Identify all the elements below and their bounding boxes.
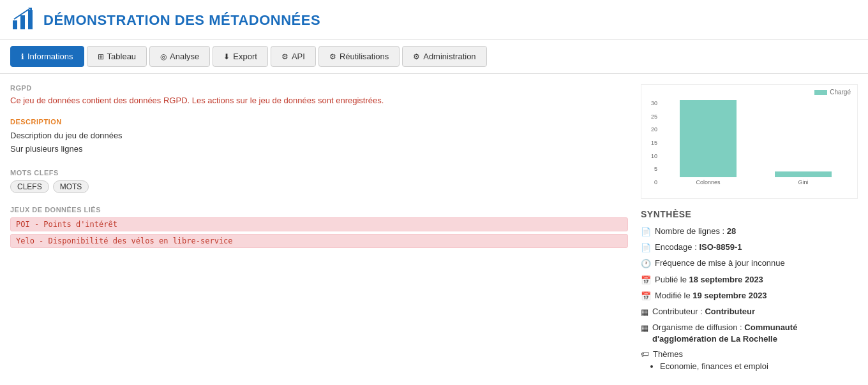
chart-x-label-0: Colonnes [696,179,720,185]
tab-api-label: API [292,52,305,61]
synthese-organisme-text: Organisme de diffusion : Communauté d'ag… [652,322,858,345]
calendar-icon-1: 📅 [641,275,651,286]
synthese-encodage-value: ISO-8859-1 [699,242,742,252]
synthese-publie-text: Publié le 18 septembre 2023 [655,274,763,286]
related-label: JEUX DE DONNÉES LIÉS [10,206,628,214]
theme-item-0: Economie, finances et emploi [660,361,858,371]
left-panel: RGPD Ce jeu de données contient des donn… [10,84,628,371]
svg-rect-1 [20,15,25,29]
chart-bar-0 [680,100,737,177]
related-section: JEUX DE DONNÉES LIÉS POI - Points d'inté… [10,206,628,248]
synthese-contributeur: ▦ Contributeur : Contributeur [641,306,858,318]
tab-reutil[interactable]: ⚙ Réutilisations [318,46,400,67]
chart-y-axis: 30 25 20 15 10 5 0 [641,100,659,185]
clock-icon: 🕐 [641,258,651,270]
file-icon-1: 📄 [641,226,651,238]
tab-api[interactable]: ⚙ API [271,46,316,67]
related-datasets: POI - Points d'intérêt Yelo - Disponibil… [10,217,628,248]
synthese-modifie-value: 19 septembre 2023 [692,291,767,300]
keywords-label: MOTS CLEFS [10,169,628,177]
synthese-organisme-value: Communauté d'agglomération de La Rochell… [652,323,797,344]
y-label-25: 25 [651,113,657,120]
themes-list: Economie, finances et emploi [641,361,858,371]
rgpd-text: Ce jeu de données contient des données R… [10,96,628,105]
keywords-container: CLEFS MOTS [10,180,628,193]
nav-tabs: ℹ Informations ⊞ Tableau ◎ Analyse ⬇ Exp… [0,40,868,74]
synthese-lignes-text: Nombre de lignes : 28 [655,226,736,237]
tag-icon: 🏷 [641,349,649,359]
chart-x-label-1: Gini [798,179,808,185]
themes-section: 🏷 Thèmes Economie, finances et emploi [641,349,858,371]
description-section: DESCRIPTION Description du jeu de donnée… [10,118,628,156]
keyword-mots[interactable]: MOTS [53,180,89,193]
grid-icon-1: ▦ [641,307,648,318]
bar-chart-icon [10,6,36,34]
synthese-publie-value: 18 septembre 2023 [689,275,763,284]
tab-export-label: Export [233,52,257,61]
synthese-contributeur-text: Contributeur : Contributeur [652,306,755,317]
synthese-organisme: ▦ Organisme de diffusion : Communauté d'… [641,322,858,345]
page-header: DÉMONSTRATION DES MÉTADONNÉES [0,0,868,40]
file-icon-2: 📄 [641,242,651,254]
chart-bar-group-0: Colonnes [661,100,756,185]
synthese-section: SYNTHÈSE 📄 Nombre de lignes : 28 📄 Encod… [641,209,858,371]
chart-bar-1 [775,171,832,177]
svg-rect-2 [28,10,33,29]
rgpd-label: RGPD [10,84,628,92]
tab-reutil-label: Réutilisations [340,52,389,61]
synthese-publie: 📅 Publié le 18 septembre 2023 [641,274,858,286]
related-poi[interactable]: POI - Points d'intérêt [10,217,628,231]
info-icon: ℹ [21,52,24,61]
api-icon: ⚙ [281,52,288,61]
synthese-modifie: 📅 Modifié le 19 septembre 2023 [641,290,858,302]
synthese-title: SYNTHÈSE [641,209,858,219]
reutil-icon: ⚙ [329,52,336,61]
right-panel: Chargé 30 25 20 15 10 5 0 Colonnes Gini [641,84,858,371]
y-label-5: 5 [654,166,657,172]
tab-tableau-label: Tableau [107,52,137,61]
rgpd-section: RGPD Ce jeu de données contient des donn… [10,84,628,105]
chart-bar-group-1: Gini [756,100,851,185]
themes-label-row: 🏷 Thèmes [641,349,858,359]
y-label-20: 20 [651,126,657,133]
tab-tableau[interactable]: ⊞ Tableau [87,46,147,67]
export-icon: ⬇ [223,52,230,61]
synthese-contributeur-value: Contributeur [705,307,755,316]
synthese-frequence: 🕐 Fréquence de mise à jour inconnue [641,258,858,270]
synthese-modifie-text: Modifié le 19 septembre 2023 [655,290,767,301]
keywords-section: MOTS CLEFS CLEFS MOTS [10,169,628,193]
synthese-encodage: 📄 Encodage : ISO-8859-1 [641,242,858,254]
page-title: DÉMONSTRATION DES MÉTADONNÉES [43,12,320,29]
y-label-30: 30 [651,100,657,106]
analyse-icon: ◎ [160,52,167,61]
tab-informations[interactable]: ℹ Informations [10,46,84,67]
description-line-2: Sur plusieurs lignes [10,143,628,156]
chart-legend: Chargé [814,89,851,96]
tab-admin-label: Administration [423,52,475,61]
keyword-clefs[interactable]: CLEFS [10,180,49,193]
tab-informations-label: Informations [27,52,73,61]
admin-icon: ⚙ [413,52,420,61]
svg-rect-0 [13,20,17,29]
tab-analyse-label: Analyse [170,52,199,61]
synthese-encodage-text: Encodage : ISO-8859-1 [655,242,742,253]
themes-label: Thèmes [653,349,683,359]
main-content: RGPD Ce jeu de données contient des donn… [0,74,868,381]
synthese-lignes: 📄 Nombre de lignes : 28 [641,226,858,238]
related-yelo[interactable]: Yelo - Disponibilité des vélos en libre-… [10,234,628,248]
tab-admin[interactable]: ⚙ Administration [402,46,486,67]
chart-container: Chargé 30 25 20 15 10 5 0 Colonnes Gini [641,84,858,199]
chart-area: Colonnes Gini [661,100,851,185]
tab-analyse[interactable]: ◎ Analyse [149,46,210,67]
description-label: DESCRIPTION [10,118,628,126]
y-label-10: 10 [651,153,657,159]
chart-legend-label: Chargé [830,89,851,96]
description-line-1: Description du jeu de données [10,129,628,143]
y-label-15: 15 [651,140,657,146]
tableau-icon: ⊞ [98,52,104,61]
tab-export[interactable]: ⬇ Export [213,46,268,67]
chart-legend-color [814,90,827,95]
grid-icon-2: ▦ [641,323,648,334]
calendar-icon-2: 📅 [641,291,651,302]
synthese-lignes-value: 28 [727,226,736,236]
